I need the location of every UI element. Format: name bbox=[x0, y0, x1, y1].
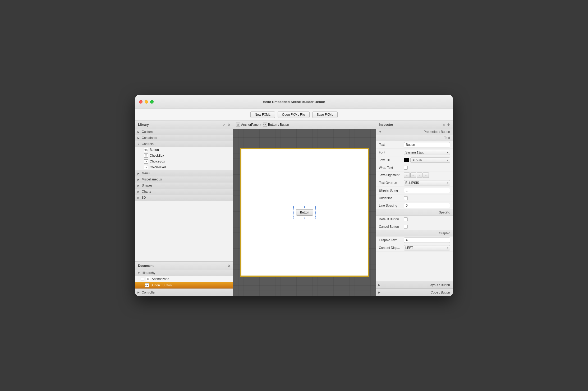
ellipsis-string-label: Ellipsis String bbox=[379, 189, 404, 192]
library-item-checkbox[interactable]: ☑ CheckBox bbox=[135, 153, 233, 159]
library-item-colorpicker[interactable]: CP ColorPicker bbox=[135, 164, 233, 170]
library-section-header-charts[interactable]: ▶ Charts bbox=[135, 189, 233, 194]
code-arrow-icon: ▶ bbox=[378, 291, 380, 294]
menu-arrow-icon: ▶ bbox=[137, 172, 140, 175]
hierarchy-section: ▼ Hierarchy — ⊞ AnchorPane OK Button But… bbox=[135, 270, 233, 288]
underline-checkbox[interactable] bbox=[404, 196, 408, 200]
inspector-row-graphic-text: Graphic Text... bbox=[376, 236, 453, 244]
inspector-row-default-button: Default Button bbox=[376, 216, 453, 223]
library-section-custom: ▶ Custom bbox=[135, 129, 233, 135]
library-section-header-menu[interactable]: ▶ Menu bbox=[135, 170, 233, 176]
text-overrun-select[interactable]: ELLIPSIS bbox=[404, 180, 450, 185]
ellipsis-string-input[interactable] bbox=[404, 188, 450, 193]
library-search-button[interactable]: ⌕ bbox=[223, 123, 225, 127]
inspector-row-cancel-button: Cancel Button bbox=[376, 223, 453, 230]
text-input[interactable] bbox=[404, 142, 450, 147]
specific-section-title: Specific bbox=[376, 210, 453, 216]
underline-control bbox=[404, 196, 450, 200]
minimize-button[interactable] bbox=[145, 100, 148, 104]
default-button-checkbox[interactable] bbox=[404, 217, 408, 221]
controller-bar[interactable]: ▶ Controller bbox=[135, 288, 233, 296]
inspector-row-font: Font System 13px bbox=[376, 149, 453, 156]
misc-arrow-icon: ▶ bbox=[137, 178, 140, 181]
hierarchy-label: Hierarchy bbox=[142, 271, 155, 275]
align-right-button[interactable]: ≡ bbox=[417, 173, 422, 178]
code-footer-row[interactable]: ▶ Code : Button bbox=[376, 288, 453, 296]
cancel-button-checkbox[interactable] bbox=[404, 225, 408, 229]
wrap-text-label: Wrap Text bbox=[379, 166, 404, 170]
library-section-header-shapes[interactable]: ▶ Shapes bbox=[135, 183, 233, 188]
library-section-header-controls[interactable]: ▼ Controls bbox=[135, 141, 233, 147]
library-section-header-custom[interactable]: ▶ Custom bbox=[135, 129, 233, 135]
button-item-label: Button bbox=[150, 148, 159, 152]
library-item-button[interactable]: OK Button bbox=[135, 147, 233, 153]
breadcrumb-anchorpane[interactable]: ⊞ AnchorPane bbox=[236, 123, 259, 127]
text-field-control bbox=[404, 142, 450, 147]
menu-label: Menu bbox=[142, 171, 150, 175]
layout-footer-label: Layout : Button bbox=[429, 283, 450, 287]
library-title: Library bbox=[138, 123, 149, 127]
layout-footer-row[interactable]: ▶ Layout : Button bbox=[376, 281, 453, 288]
hierarchy-item-anchorpane[interactable]: — ⊞ AnchorPane bbox=[135, 276, 233, 282]
colorpicker-item-label: ColorPicker bbox=[150, 165, 166, 169]
library-gear-button[interactable]: ⚙ bbox=[227, 123, 230, 127]
ellipsis-string-control bbox=[404, 188, 450, 193]
graphic-section-title: Graphic bbox=[376, 230, 453, 236]
inspector-row-wrap-text: Wrap Text bbox=[376, 164, 453, 171]
text-alignment-label: Text Alignment bbox=[379, 173, 404, 177]
app-window: Hello Embedded Scene Builder Demo! New F… bbox=[135, 95, 453, 296]
choicebox-item-label: ChoiceBox bbox=[150, 160, 165, 163]
library-section-containers: ▶ Containers bbox=[135, 135, 233, 141]
text-field-label: Text bbox=[379, 143, 404, 147]
canvas-area: ⊞ AnchorPane › OK Button : Button bbox=[233, 120, 376, 296]
properties-section-label: Properties : Button bbox=[382, 130, 450, 134]
text-overrun-select-wrapper: ELLIPSIS bbox=[404, 180, 450, 185]
document-gear-button[interactable]: ⚙ bbox=[227, 264, 230, 268]
text-overrun-label: Text Overrun bbox=[379, 181, 404, 185]
inspector-actions: ⌕ ⚙ bbox=[443, 123, 450, 127]
hierarchy-item-button[interactable]: OK Button Button bbox=[135, 282, 233, 288]
3d-label: 3D bbox=[142, 196, 146, 199]
anchorpane-breadcrumb-icon: ⊞ bbox=[236, 123, 240, 127]
line-spacing-input[interactable] bbox=[404, 203, 450, 208]
breadcrumb-button[interactable]: OK Button : Button bbox=[263, 123, 289, 127]
font-select[interactable]: System 13px bbox=[404, 150, 450, 155]
library-section-header-3d[interactable]: ▶ 3D bbox=[135, 195, 233, 201]
inspector-row-text-fill: Text Fill BLACK bbox=[376, 156, 453, 164]
library-item-choicebox[interactable]: CB ChoiceBox bbox=[135, 159, 233, 164]
controls-arrow-icon: ▼ bbox=[137, 143, 140, 145]
inspector-row-text-alignment: Text Alignment ≡ ≡ ≡ ≡ bbox=[376, 171, 453, 179]
handle-top-middle bbox=[304, 206, 305, 208]
library-section-header-containers[interactable]: ▶ Containers bbox=[135, 135, 233, 141]
maximize-button[interactable] bbox=[150, 100, 154, 104]
checkbox-item-icon: ☑ bbox=[144, 153, 148, 158]
align-center-button[interactable]: ≡ bbox=[410, 173, 416, 178]
color-swatch[interactable] bbox=[404, 158, 409, 162]
canvas-button[interactable]: Button bbox=[296, 209, 313, 216]
wrap-text-checkbox[interactable] bbox=[404, 166, 408, 170]
close-button[interactable] bbox=[139, 100, 143, 104]
inspector-row-content-disp: Content Disp... LEFT bbox=[376, 244, 453, 252]
library-section-header-misc[interactable]: ▶ Miscellaneous bbox=[135, 176, 233, 182]
canvas-container[interactable]: Button bbox=[233, 129, 376, 296]
library-header: Library ⌕ ⚙ bbox=[135, 120, 233, 129]
save-fxml-button[interactable]: Save FXML bbox=[312, 111, 338, 118]
content-disp-select[interactable]: LEFT bbox=[404, 245, 450, 250]
align-left-button[interactable]: ≡ bbox=[404, 173, 410, 178]
align-justify-button[interactable]: ≡ bbox=[423, 173, 429, 178]
left-panel: Library ⌕ ⚙ ▶ Custom ▶ bbox=[135, 120, 233, 296]
new-fxml-button[interactable]: New FXML bbox=[250, 111, 275, 118]
inspector-search-button[interactable]: ⌕ bbox=[443, 123, 445, 127]
button-breadcrumb-icon: OK bbox=[263, 123, 267, 127]
content-disp-select-wrapper: LEFT bbox=[404, 245, 450, 250]
graphic-text-control bbox=[404, 238, 450, 243]
text-fill-select[interactable]: BLACK bbox=[410, 157, 450, 163]
open-fxml-button[interactable]: Open FXML File bbox=[278, 111, 310, 118]
3d-arrow-icon: ▶ bbox=[137, 196, 140, 199]
anchorpane-collapse-button[interactable]: — bbox=[141, 277, 144, 281]
document-actions: ⚙ bbox=[227, 264, 230, 268]
graphic-text-input[interactable] bbox=[404, 238, 450, 243]
inspector-gear-button[interactable]: ⚙ bbox=[447, 123, 450, 127]
button-label: Button bbox=[151, 283, 160, 287]
library-actions: ⌕ ⚙ bbox=[223, 123, 230, 127]
